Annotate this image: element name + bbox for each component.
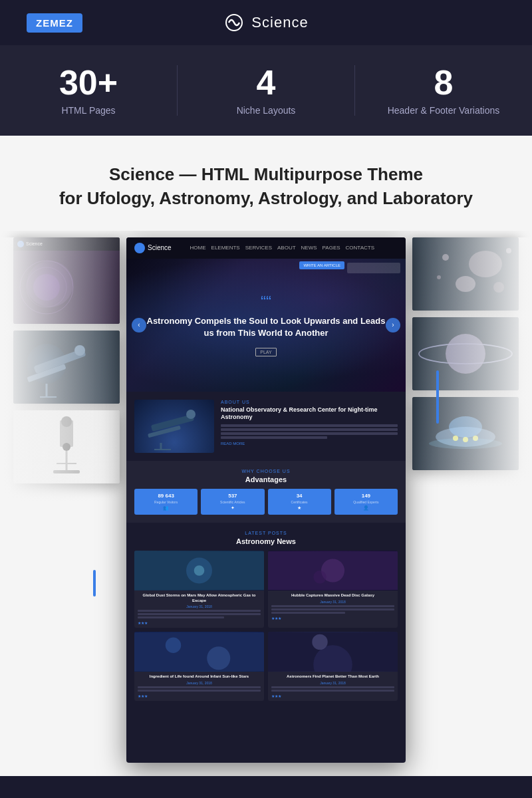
svg-point-23	[446, 334, 485, 374]
star-icon-1: ★★★	[271, 616, 281, 620]
preview-news-headline-3: Astronomers Find Planet Better Than Most…	[271, 674, 394, 680]
zemez-logo[interactable]: ZEMEZ	[27, 13, 82, 33]
side-card-ufo	[412, 397, 519, 470]
star-icon-0: ★★★	[138, 620, 148, 625]
preview-text-line-2	[221, 428, 398, 431]
preview-readmore: READ MORE	[221, 442, 398, 446]
side-card-asteroid	[412, 237, 519, 311]
preview-text-line-1	[221, 424, 398, 427]
stat-item-header: 8 Header & Footer Variations	[355, 65, 532, 116]
brand-name: Science	[251, 14, 308, 31]
preview-news-text-lines-3	[271, 686, 394, 692]
preview-news-headline-1: Hubble Captures Massive Dead Disc Galaxy	[271, 593, 394, 598]
stats-bar: 30+ HTML Pages 4 Niche Layouts 8 Header …	[0, 45, 532, 136]
star-icon-2: ★★★	[138, 694, 148, 698]
preview-news-body-1: Hubble Captures Massive Dead Disc Galaxy…	[268, 591, 398, 623]
preview-stat-label-3: Qualified Experts	[337, 500, 395, 504]
svg-point-10	[61, 416, 72, 427]
ornament-svg	[13, 251, 120, 324]
preview-news-date-0: January 31, 2018	[138, 604, 261, 608]
svg-point-6	[74, 345, 85, 356]
preview-news-text-line-0-1	[138, 610, 261, 612]
preview-nav-news: NEWS	[301, 245, 317, 251]
preview-news-text-lines-1	[271, 605, 394, 614]
preview-stat-cards: 89 643 Regular Visitors 👥 537 Scientific…	[134, 489, 398, 515]
planet-svg	[412, 317, 519, 390]
stat-label-pages: HTML Pages	[27, 105, 150, 116]
preview-stat-icon-1: ✦	[203, 505, 261, 511]
side-card-img-planet	[412, 317, 519, 390]
preview-news-stars-1: ★★★	[271, 616, 394, 620]
preview-stat-card-3: 149 Qualified Experts 👤	[334, 489, 398, 515]
svg-point-41	[313, 571, 327, 584]
preview-play-btn: PLAY	[255, 348, 276, 356]
side-card-ornament: Science	[13, 237, 120, 324]
preview-news-date-3: January 31, 2018	[271, 681, 394, 685]
preview-news-text-line-3-1	[271, 686, 394, 688]
preview-news-card-2: Ingredient of Life found Around Infant S…	[134, 632, 264, 701]
stat-number-niche: 4	[204, 65, 328, 100]
preview-nav-services: SERVICES	[245, 245, 272, 251]
preview-news-stars-2: ★★★	[138, 694, 261, 698]
blue-bar-left	[93, 570, 96, 597]
stat-number-pages: 30+	[27, 65, 150, 100]
preview-news-text-line-1-3	[271, 612, 345, 614]
preview-news-text-lines-2	[138, 686, 261, 692]
preview-about-title: National Observatory & Research Center f…	[221, 406, 398, 422]
header: ZEMEZ Science	[0, 0, 532, 45]
stat-item-pages: 30+ HTML Pages	[0, 65, 178, 116]
preview-stat-num-2: 34	[271, 493, 329, 499]
preview-news-card-0: Global Dust Storms on Mars May Allow Atm…	[134, 551, 264, 628]
preview-news-img-0	[134, 551, 264, 591]
svg-point-44	[207, 647, 230, 670]
preview-news-stars-0: ★★★	[138, 620, 261, 625]
side-card-planet	[412, 317, 519, 390]
svg-point-47	[312, 634, 327, 650]
preview-nav-contacts: CONTACTS	[346, 245, 374, 251]
preview-section: Science	[0, 231, 532, 776]
side-card-img-purple	[13, 251, 120, 324]
blue-bar-right	[436, 370, 439, 424]
preview-about-lines	[221, 424, 398, 439]
preview-news-img-3	[268, 632, 398, 672]
side-card-img-asteroid	[412, 237, 519, 311]
news-img-svg-2	[134, 632, 264, 672]
preview-text-line-4	[221, 436, 327, 439]
news-img-svg-3	[268, 632, 398, 672]
preview-nav-elements: ELEMENTS	[211, 245, 240, 251]
preview-news-headline-0: Global Dust Storms on Mars May Allow Atm…	[138, 593, 261, 604]
preview-news-body-3: Astronomers Find Planet Better Than Most…	[268, 672, 398, 701]
preview-news-img-2	[134, 632, 264, 672]
preview-news-body-0: Global Dust Storms on Mars May Allow Atm…	[134, 591, 264, 628]
preview-quote-mark: ““	[146, 294, 386, 310]
preview-news-card-1: Hubble Captures Massive Dead Disc Galaxy…	[268, 551, 398, 628]
preview-news-headline-2: Ingredient of Life found Around Infant S…	[138, 674, 261, 680]
side-card-lab	[13, 410, 120, 483]
svg-point-38	[194, 565, 205, 576]
main-preview: Science HOME ELEMENTS SERVICES ABOUT NEW…	[126, 237, 406, 763]
preview-nav-home: HOME	[190, 245, 206, 251]
preview-news-label: latest posts	[134, 531, 398, 535]
stat-number-header: 8	[382, 65, 505, 100]
side-mini-nav-1: Science	[13, 237, 120, 251]
preview-stat-icon-2: ★	[271, 505, 329, 511]
side-card-img-telescope	[13, 331, 120, 404]
preview-stat-label-1: Scientific Articles	[203, 500, 261, 504]
telescope-svg	[13, 331, 120, 404]
side-card-telescope	[13, 331, 120, 404]
news-img-svg-0	[134, 551, 264, 591]
preview-navbar: Science HOME ELEMENTS SERVICES ABOUT NEW…	[126, 237, 406, 259]
preview-advantages-label: why choose us	[134, 469, 398, 473]
svg-point-43	[166, 638, 181, 653]
description-section: Science — HTML Multipurpose Themefor Ufo…	[0, 136, 532, 231]
description-title: Science — HTML Multipurpose Themefor Ufo…	[40, 162, 492, 211]
svg-point-16	[456, 276, 475, 292]
preview-stat-card-2: 34 Certificates ★	[268, 489, 331, 515]
preview-news-body-2: Ingredient of Life found Around Infant S…	[134, 672, 264, 701]
preview-news-text-line-2-1	[138, 686, 261, 688]
microscope-svg	[40, 414, 93, 480]
telescope-preview-svg	[134, 400, 214, 453]
preview-news-text-line-1-2	[271, 608, 394, 610]
ufo-svg	[412, 397, 519, 470]
preview-news-img-1	[268, 551, 398, 591]
